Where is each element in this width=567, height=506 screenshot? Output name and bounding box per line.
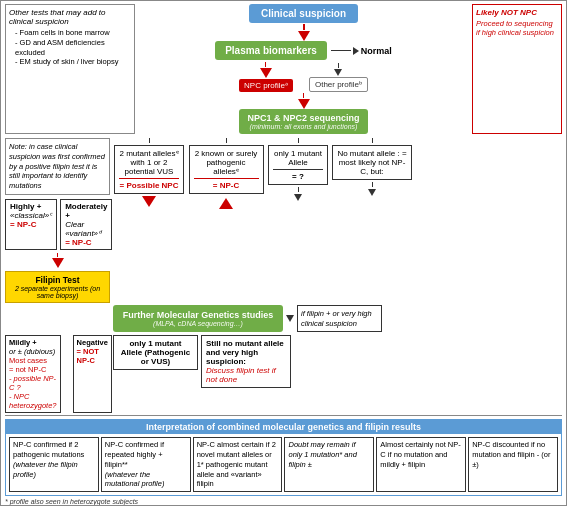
bottom-cols: NP-C confirmed if 2 pathogenic mutations… [9, 437, 558, 492]
highly-label: Highly + [10, 202, 52, 211]
mildly-sublabel: or ± (dubious) [9, 347, 57, 356]
filipin-subtitle: 2 separate experiments (on same biopsy) [9, 285, 106, 299]
likely-not-npc-body: Proceed to sequencing if high clinical s… [476, 19, 558, 37]
other-tests-item: EM study of skin / liver biopsy [15, 57, 131, 67]
bottom-col-3-main: Doubt may remain if only 1 mutation* and… [288, 440, 370, 469]
mildly-item2: - possible NP-C ? [9, 374, 57, 392]
if-filipin-text: if filipin + or very high clinical suspi… [301, 309, 378, 329]
bottom-col-0-main: NP-C confirmed if 2 pathogenic mutations [13, 440, 95, 460]
npc-seq-subtitle: (minimum: all exons and junctions) [247, 123, 359, 130]
arrow-npc-profile-icon [260, 68, 272, 78]
other-tests-item: GD and ASM deficiencies excluded [15, 38, 131, 58]
further-subtitle: (MLPA, cDNA sequencing…) [121, 320, 275, 327]
col3-title: only 1 mutant Allele [273, 149, 323, 167]
middle-section: Note: in case clinical suspicion was fir… [1, 136, 566, 305]
col2-title: 2 known or surely pathogenic allelesᵉ [194, 149, 259, 176]
left-info-panel: Note: in case clinical suspicion was fir… [5, 138, 110, 303]
col3-result: = ? [273, 172, 323, 181]
big-arrow-down-icon [142, 196, 156, 207]
col2-result: = NP-C [194, 181, 259, 190]
highly-sublabel: «classical»ᶜ [10, 211, 52, 220]
col4-box: No mutant allele : = most likely not NP-… [332, 145, 412, 180]
flowchart-container: Other tests that may add to clinical sus… [0, 0, 567, 506]
moderately-result: = NP-C [65, 238, 107, 247]
bottom-title: Interpretation of combined molecular gen… [6, 420, 561, 434]
col3-arrow-icon [294, 194, 302, 201]
footnotes: * profile also seen in heterozygote subj… [1, 496, 566, 506]
normal-label: Normal [361, 46, 392, 56]
bottom-col-0-sub: (whatever the filipin profile) [13, 460, 95, 480]
section-divider [5, 415, 562, 416]
further-arrow-right-icon [286, 315, 294, 322]
npc-seq-title: NPC1 & NPC2 sequencing [247, 113, 359, 123]
bottom-col-1: NP-C confirmed if repeated highly + fili… [101, 437, 191, 492]
if-filipin-box: if filipin + or very high clinical suspi… [297, 305, 382, 333]
arrow-down-icon [298, 31, 310, 41]
mildly-item1: = not NP-C [9, 365, 57, 374]
moderately-box: Moderately + Clear «variant»ᵈ = NP-C [60, 199, 112, 250]
filipin-test-box: Filipin Test 2 separate experiments (on … [5, 271, 110, 303]
footnote-0: * profile also seen in heterozygote subj… [5, 497, 562, 506]
arrow-other-profile-icon [334, 69, 342, 76]
likely-not-npc-panel: Likely NOT NPC Proceed to sequencing if … [472, 4, 562, 134]
arrow-seq-icon [298, 99, 310, 109]
only-1-allele-title: only 1 mutant Allele (Pathogenic or VUS) [118, 339, 193, 366]
bottom-col-2: NP-C almost certain if 2 novel mutant al… [193, 437, 283, 492]
bottom-col-4-main: Almost certainly not NP-C if no mutation… [380, 440, 462, 469]
other-profile-box: Other profileᵇ [309, 77, 368, 92]
moderately-label: Moderately + [65, 202, 107, 220]
bottom-col-5: NP-C discounted if no mutation and filip… [468, 437, 558, 492]
negative-box: Negative = NOT NP-C [73, 335, 112, 413]
still-no-allele-box: Still no mutant allele and very high sus… [201, 335, 291, 388]
col1-box: 2 mutant allelesᵉ with 1 or 2 potential … [114, 145, 184, 194]
negative-label: Negative [77, 338, 108, 347]
other-tests-panel: Other tests that may add to clinical sus… [5, 4, 135, 134]
npc-profile-box: NPC profileᵃ [239, 79, 293, 92]
highly-box: Highly + «classical»ᶜ = NP-C [5, 199, 57, 250]
filipin-title: Filipin Test [9, 275, 106, 285]
mildly-item3: - NPC heterozygote? [9, 392, 57, 410]
other-tests-list: Foam cells in bone marrow GD and ASM def… [9, 28, 131, 67]
still-no-title: Still no mutant allele and very high sus… [206, 339, 286, 366]
center-columns: 2 mutant allelesᵉ with 1 or 2 potential … [113, 138, 562, 303]
other-tests-item: Foam cells in bone marrow [15, 28, 131, 38]
npc-sequencing-box: NPC1 & NPC2 sequencing (minimum: all exo… [239, 109, 367, 134]
clinical-suspicion-box: Clinical suspicion [249, 4, 358, 23]
bottom-col-2-main: NP-C almost certain if 2 novel mutant al… [197, 440, 279, 489]
bottom-col-3: Doubt may remain if only 1 mutation* and… [284, 437, 374, 492]
plasma-biomarkers-box: Plasma biomarkers [215, 41, 327, 60]
negative-result: = NOT NP-C [77, 347, 108, 365]
bottom-interpretation: Interpretation of combined molecular gen… [5, 419, 562, 496]
bottom-col-1-sub: (whatever the mutational profile) [105, 470, 187, 490]
mildly-label: Mildly + [9, 338, 57, 347]
mildly-item0: Most cases [9, 356, 57, 365]
moderately-sublabel: Clear «variant»ᵈ [65, 220, 107, 238]
filipin-left-col: Mildly + or ± (dubious) Most cases = not… [5, 335, 110, 413]
still-no-action: Discuss filipin test if not done [206, 366, 286, 384]
col1-result: = Possible NPC [119, 181, 179, 190]
arrow-filipin-icon [52, 258, 64, 268]
col4-arrow-icon [368, 189, 376, 196]
col1-title: 2 mutant allelesᵉ with 1 or 2 potential … [119, 149, 179, 176]
arrow-right-icon [353, 47, 359, 55]
further-title: Further Molecular Genetics studies [121, 310, 275, 320]
col3-box: only 1 mutant Allele = ? [268, 145, 328, 185]
mildly-box: Mildly + or ± (dubious) Most cases = not… [5, 335, 61, 413]
col2-box: 2 known or surely pathogenic allelesᵉ = … [189, 145, 264, 194]
bottom-col-5-main: NP-C discounted if no mutation and filip… [472, 440, 554, 469]
highly-result: = NP-C [10, 220, 52, 229]
top-row: Other tests that may add to clinical sus… [1, 1, 566, 134]
center-top-flow: Clinical suspicion Plasma biomarkers Nor… [138, 4, 469, 134]
col4-title: No mutant allele : = most likely not NP-… [337, 149, 407, 176]
big-arrow-up-icon [219, 198, 233, 209]
further-row: Further Molecular Genetics studies (MLPA… [109, 305, 566, 333]
likely-not-npc-title: Likely NOT NPC [476, 8, 558, 17]
bottom-col-1-main: NP-C confirmed if repeated highly + fili… [105, 440, 187, 469]
bottom-col-4: Almost certainly not NP-C if no mutation… [376, 437, 466, 492]
other-tests-title: Other tests that may add to clinical sus… [9, 8, 131, 26]
note-box: Note: in case clinical suspicion was fir… [5, 138, 110, 195]
filipin-center-col: only 1 mutant Allele (Pathogenic or VUS)… [113, 335, 562, 388]
bottom-col-0: NP-C confirmed if 2 pathogenic mutations… [9, 437, 99, 492]
filipin-results-row: Mildly + or ± (dubious) Most cases = not… [1, 335, 566, 413]
further-box: Further Molecular Genetics studies (MLPA… [113, 305, 283, 333]
